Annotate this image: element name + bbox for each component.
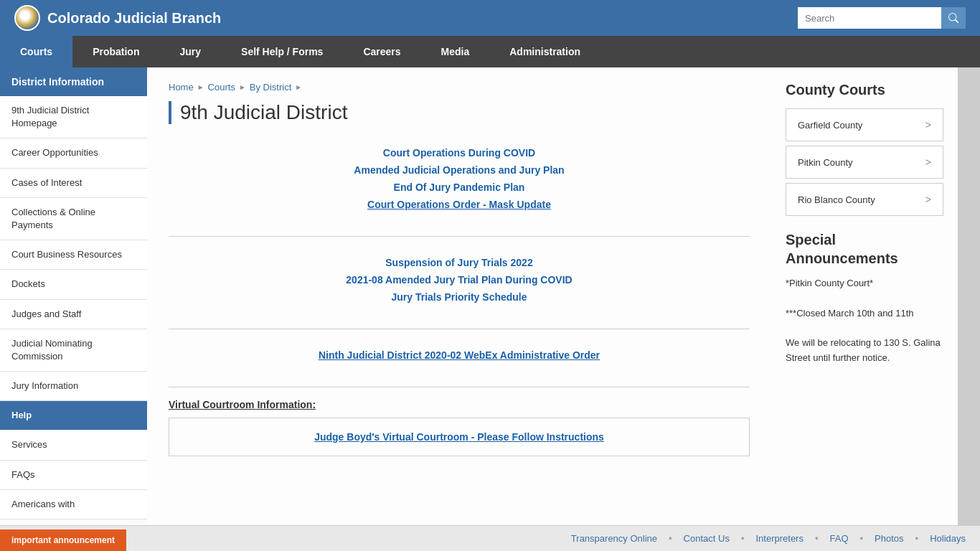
- virtual-box: Judge Boyd's Virtual Courtroom - Please …: [169, 418, 750, 456]
- breadcrumb-sep2: ►: [239, 83, 246, 91]
- footer-interpreters[interactable]: Interpreters: [755, 533, 803, 544]
- county-garfield[interactable]: Garfield County >: [786, 108, 943, 141]
- divider-3: [169, 387, 750, 387]
- county-rioblanco-name: Rio Blanco County: [798, 194, 875, 205]
- virtual-label: Virtual Courtroom Information:: [169, 399, 750, 410]
- special-line1: *Pitkin County Court*: [786, 276, 943, 291]
- county-pitkin-name: Pitkin County: [798, 157, 853, 168]
- link-covid-ops[interactable]: Court Operations During COVID: [169, 147, 750, 159]
- nav-item-administration[interactable]: Administration: [489, 36, 600, 67]
- search-button[interactable]: [941, 7, 966, 29]
- county-pitkin[interactable]: Pitkin County >: [786, 146, 943, 179]
- sidebar-item-career[interactable]: Career Opportunities: [0, 138, 147, 168]
- logo-icon: [14, 5, 40, 31]
- breadcrumb-sep1: ►: [197, 83, 204, 91]
- link-webex[interactable]: Ninth Judicial District 2020-02 WebEx Ad…: [169, 349, 750, 361]
- link-mask-update[interactable]: Court Operations Order - Mask Update: [169, 199, 750, 210]
- sidebar-item-judges[interactable]: Judges and Staff: [0, 300, 147, 329]
- divider-2: [169, 329, 750, 329]
- sidebar-header: District Information: [0, 67, 147, 96]
- main-nav: Courts Probation Jury Self Help / Forms …: [0, 36, 980, 67]
- link-suspension[interactable]: Suspension of Jury Trials 2022: [169, 257, 750, 268]
- search-icon: [948, 13, 958, 23]
- nav-item-careers[interactable]: Careers: [343, 36, 420, 67]
- sidebar-item-faqs[interactable]: FAQs: [0, 461, 147, 490]
- sidebar-item-jury-info[interactable]: Jury Information: [0, 372, 147, 401]
- special-announcements-title: Special Announcements: [786, 230, 943, 268]
- footer-faq[interactable]: FAQ: [830, 533, 849, 544]
- special-line3: We will be relocating to 130 S. Galina S…: [786, 336, 943, 366]
- link-group-3: Ninth Judicial District 2020-02 WebEx Ad…: [169, 341, 750, 375]
- sidebar-item-services[interactable]: Services: [0, 430, 147, 460]
- footer-photos[interactable]: Photos: [875, 533, 903, 544]
- sidebar-item-homepage[interactable]: 9th Judicial District Homepage: [0, 96, 147, 138]
- nav-item-courts[interactable]: Courts: [0, 36, 72, 67]
- link-amended-ops[interactable]: Amended Judicial Operations and Jury Pla…: [169, 164, 750, 176]
- content-area: Home ► Courts ► By District ► 9th Judici…: [147, 67, 980, 551]
- divider-1: [169, 236, 750, 237]
- chevron-right-icon: >: [925, 119, 931, 131]
- sidebar-item-cases[interactable]: Cases of Interest: [0, 169, 147, 198]
- footer-bar: Transparency Online • Contact Us • Inter…: [0, 525, 980, 551]
- breadcrumb-sep3: ►: [295, 83, 302, 91]
- special-announcements-text: *Pitkin County Court* ***Closed March 10…: [786, 276, 943, 366]
- sidebar-item-court-business[interactable]: Court Business Resources: [0, 240, 147, 270]
- site-title: Colorado Judicial Branch: [47, 10, 221, 27]
- footer-contact[interactable]: Contact Us: [684, 533, 730, 544]
- main-layout: District Information 9th Judicial Distri…: [0, 67, 980, 551]
- nav-item-jury[interactable]: Jury: [159, 36, 221, 67]
- important-announcement-bar[interactable]: important announcement: [0, 529, 126, 551]
- main-content: Home ► Courts ► By District ► 9th Judici…: [147, 67, 771, 551]
- breadcrumb-home[interactable]: Home: [169, 82, 194, 93]
- chevron-right-icon: >: [925, 194, 931, 205]
- right-sidebar: County Courts Garfield County > Pitkin C…: [771, 67, 958, 551]
- special-line2: ***Closed March 10th and 11th: [786, 306, 943, 321]
- breadcrumb: Home ► Courts ► By District ►: [169, 82, 750, 93]
- search-area: [798, 7, 966, 29]
- link-end-jury[interactable]: End Of Jury Pandemic Plan: [169, 182, 750, 193]
- link-group-2: Suspension of Jury Trials 2022 2021-08 A…: [169, 248, 750, 317]
- footer-transparency[interactable]: Transparency Online: [571, 533, 657, 544]
- sidebar-item-judicial-nominating[interactable]: Judicial Nominating Commission: [0, 329, 147, 372]
- chevron-right-icon: >: [925, 156, 931, 168]
- link-group-1: Court Operations During COVID Amended Ju…: [169, 138, 750, 225]
- breadcrumb-courts[interactable]: Courts: [208, 82, 235, 93]
- county-garfield-name: Garfield County: [798, 120, 862, 131]
- link-priority[interactable]: Jury Trials Priority Schedule: [169, 291, 750, 303]
- sidebar-item-ada[interactable]: Americans with: [0, 490, 147, 519]
- sidebar-item-help[interactable]: Help: [0, 401, 147, 430]
- footer-holidays[interactable]: Holidays: [930, 533, 966, 544]
- nav-item-media[interactable]: Media: [421, 36, 490, 67]
- county-courts-title: County Courts: [786, 82, 943, 98]
- nav-item-probation[interactable]: Probation: [72, 36, 159, 67]
- site-header: Colorado Judicial Branch: [0, 0, 980, 36]
- logo-area: Colorado Judicial Branch: [14, 5, 221, 31]
- link-virtual-courtroom[interactable]: Judge Boyd's Virtual Courtroom - Please …: [176, 431, 742, 443]
- link-amended-jury[interactable]: 2021-08 Amended Jury Trial Plan During C…: [169, 274, 750, 286]
- sidebar-item-collections[interactable]: Collections & Online Payments: [0, 198, 147, 240]
- search-input[interactable]: [798, 7, 941, 29]
- sidebar-item-dockets[interactable]: Dockets: [0, 270, 147, 299]
- page-title: 9th Judicial District: [169, 101, 750, 124]
- sidebar: District Information 9th Judicial Distri…: [0, 67, 147, 551]
- breadcrumb-by-district[interactable]: By District: [250, 82, 292, 93]
- nav-item-selfhelp[interactable]: Self Help / Forms: [221, 36, 343, 67]
- county-rio-blanco[interactable]: Rio Blanco County >: [786, 183, 943, 216]
